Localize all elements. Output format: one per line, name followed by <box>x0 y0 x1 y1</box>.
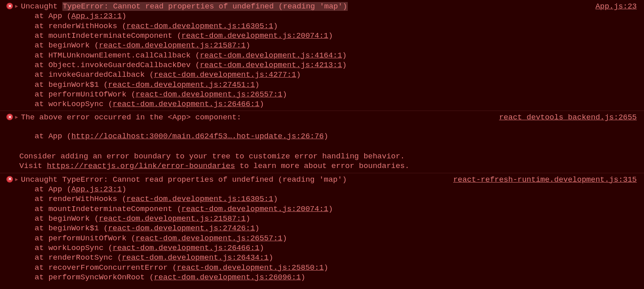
advice-line: Consider adding an error boundary to you… <box>19 152 644 161</box>
stack-frame: at beginWork (react-dom.development.js:2… <box>35 214 644 223</box>
stack-frame-text: at invokeGuardedCallback ( <box>35 70 154 79</box>
advice-line: Visit https://reactjs.org/link/error-bou… <box>19 161 644 171</box>
stack-trace: at App (App.js:23:1)at renderWithHooks (… <box>0 184 644 282</box>
stack-frame-link[interactable]: react-dom.development.js:20074:1 <box>182 31 328 40</box>
stack-frame-link[interactable]: App.js:23:1 <box>71 12 122 20</box>
stack-frame-text: at workLoopSync ( <box>35 244 113 252</box>
stack-frame-link[interactable]: react-dom.development.js:26096:1 <box>154 273 301 282</box>
stack-frame-text: at beginWork$1 ( <box>35 80 108 89</box>
stack-frame-link[interactable]: react-dom.development.js:16305:1 <box>126 195 273 203</box>
error-source: react_devtools_backend.js:2655 <box>491 113 637 122</box>
source-link[interactable]: react-refresh-runtime.development.js:315 <box>453 175 637 184</box>
chevron-right-icon: ▶ <box>15 115 18 121</box>
stack-frame-text: at mountIndeterminateComponent ( <box>35 205 182 213</box>
stack-frame: at beginWork (react-dom.development.js:2… <box>35 41 644 50</box>
stack-frame-link[interactable]: react-dom.development.js:26434:1 <box>122 253 269 262</box>
docs-link[interactable]: https://reactjs.org/link/error-boundarie… <box>47 162 235 170</box>
stack-frame-text: at performUnitOfWork ( <box>35 234 136 243</box>
disclosure-arrow[interactable]: ▶ <box>14 175 19 183</box>
stack-frame: at mountIndeterminateComponent (react-do… <box>35 31 644 41</box>
stack-frame: at invokeGuardedCallback (react-dom.deve… <box>35 70 644 80</box>
source-link[interactable]: react_devtools_backend.js:2655 <box>499 113 637 122</box>
stack-frame: at Object.invokeGuardedCallbackDev (reac… <box>35 60 644 70</box>
stack-frame-link[interactable]: react-dom.development.js:20074:1 <box>182 205 328 213</box>
stack-frame: at workLoopSync (react-dom.development.j… <box>35 99 644 109</box>
stack-frame: at HTMLUnknownElement.callCallback (reac… <box>35 51 644 60</box>
stack-frame: at App (http://localhost:3000/main.d624f… <box>35 131 644 141</box>
advice-block: Consider adding an error boundary to you… <box>0 150 644 171</box>
console-error-entry: ✕ ▶ The above error occurred in the <App… <box>0 111 644 173</box>
stack-frame-link[interactable]: react-dom.development.js:21587:1 <box>99 214 246 223</box>
stack-frame-link[interactable]: react-dom.development.js:25850:1 <box>177 263 324 272</box>
stack-frame: at renderWithHooks (react-dom.developmen… <box>35 194 644 204</box>
error-source: App.js:23 <box>587 2 637 11</box>
stack-frame-link[interactable]: react-dom.development.js:4277:1 <box>154 70 296 79</box>
stack-frame-text: at recoverFromConcurrentError ( <box>35 263 177 272</box>
stack-frame-text: at HTMLUnknownElement.callCallback ( <box>35 51 200 60</box>
stack-frame: at App (App.js:23:1) <box>35 184 644 194</box>
stack-frame-text: at App ( <box>35 132 71 141</box>
disclosure-arrow[interactable]: ▶ <box>14 2 19 10</box>
stack-frame: at performSyncWorkOnRoot (react-dom.deve… <box>35 273 644 282</box>
error-icon-col: ✕ <box>6 175 14 182</box>
stack-frame: at renderRootSync (react-dom.development… <box>35 253 644 262</box>
stack-frame-text: at beginWork ( <box>35 41 99 50</box>
stack-frame: at App (App.js:23:1) <box>35 11 644 21</box>
chevron-right-icon: ▶ <box>15 177 18 183</box>
error-icon-col: ✕ <box>6 2 14 9</box>
stack-frame: at recoverFromConcurrentError (react-dom… <box>35 263 644 273</box>
error-icon: ✕ <box>6 176 13 182</box>
stack-frame-text: at App ( <box>35 185 71 194</box>
stack-frame-text: at performSyncWorkOnRoot ( <box>35 273 154 282</box>
stack-frame-text: at beginWork$1 ( <box>35 224 108 233</box>
disclosure-arrow[interactable]: ▶ <box>14 113 19 121</box>
stack-frame-link[interactable]: react-dom.development.js:26557:1 <box>136 234 283 243</box>
stack-trace: at App (http://localhost:3000/main.d624f… <box>0 131 644 141</box>
error-icon-col: ✕ <box>6 113 14 120</box>
error-message: Uncaught TypeError: Cannot read properti… <box>19 175 445 184</box>
stack-frame-link[interactable]: react-dom.development.js:26466:1 <box>113 244 260 252</box>
error-header: ✕ ▶ Uncaught TypeError: Cannot read prop… <box>0 175 644 184</box>
stack-frame: at renderWithHooks (react-dom.developmen… <box>35 21 644 31</box>
stack-frame: at performUnitOfWork (react-dom.developm… <box>35 234 644 243</box>
chevron-right-icon: ▶ <box>15 4 18 10</box>
stack-frame-text: at beginWork ( <box>35 214 99 223</box>
stack-frame-text: at performUnitOfWork ( <box>35 90 136 99</box>
stack-frame-text: at App ( <box>35 12 71 20</box>
error-message: Uncaught TypeError: Cannot read properti… <box>19 2 587 11</box>
stack-frame-text: at renderRootSync ( <box>35 253 122 262</box>
stack-frame-link[interactable]: react-dom.development.js:21587:1 <box>99 41 246 50</box>
stack-frame-link[interactable]: react-dom.development.js:4213:1 <box>200 61 342 70</box>
error-icon: ✕ <box>6 114 13 120</box>
error-message: The above error occurred in the <App> co… <box>19 113 491 122</box>
stack-frame-link[interactable]: react-dom.development.js:26466:1 <box>113 100 260 109</box>
stack-frame-link[interactable]: react-dom.development.js:4164:1 <box>200 51 342 60</box>
error-header: ✕ ▶ Uncaught TypeError: Cannot read prop… <box>0 2 644 11</box>
stack-frame-text: at renderWithHooks ( <box>35 22 126 31</box>
stack-frame: at workLoopSync (react-dom.development.j… <box>35 243 644 253</box>
error-source: react-refresh-runtime.development.js:315 <box>445 175 637 184</box>
stack-frame: at mountIndeterminateComponent (react-do… <box>35 204 644 214</box>
stack-frame-text: at renderWithHooks ( <box>35 195 126 203</box>
stack-frame-link[interactable]: App.js:23:1 <box>71 185 122 194</box>
stack-frame-link[interactable]: react-dom.development.js:27426:1 <box>108 224 255 233</box>
highlighted-text: TypeError: Cannot read properties of und… <box>62 2 348 11</box>
error-header: ✕ ▶ The above error occurred in the <App… <box>0 113 644 122</box>
stack-frame-link[interactable]: http://localhost:3000/main.d624f53….hot-… <box>71 132 324 141</box>
stack-frame-link[interactable]: react-dom.development.js:27451:1 <box>108 80 255 89</box>
stack-trace: at App (App.js:23:1)at renderWithHooks (… <box>0 11 644 109</box>
stack-frame-link[interactable]: react-dom.development.js:16305:1 <box>126 22 273 31</box>
stack-frame: at beginWork$1 (react-dom.development.js… <box>35 223 644 233</box>
stack-frame-text: at Object.invokeGuardedCallbackDev ( <box>35 61 200 70</box>
console-error-entry: ✕ ▶ Uncaught TypeError: Cannot read prop… <box>0 0 644 111</box>
stack-frame: at beginWork$1 (react-dom.development.js… <box>35 80 644 90</box>
stack-frame-text: at workLoopSync ( <box>35 100 113 109</box>
console-error-entry: ✕ ▶ Uncaught TypeError: Cannot read prop… <box>0 173 644 284</box>
stack-frame: at performUnitOfWork (react-dom.developm… <box>35 90 644 99</box>
error-icon: ✕ <box>6 3 13 9</box>
source-link[interactable]: App.js:23 <box>595 2 637 11</box>
stack-frame-text: at mountIndeterminateComponent ( <box>35 31 182 40</box>
stack-frame-link[interactable]: react-dom.development.js:26557:1 <box>136 90 283 99</box>
